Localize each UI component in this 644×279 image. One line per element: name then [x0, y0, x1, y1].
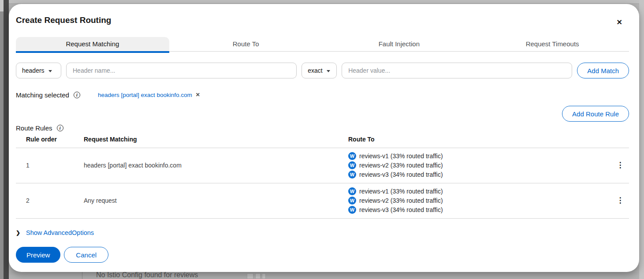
table-header-row: Rule order Request Matching Route To [16, 136, 629, 148]
route-entry-text: reviews-v2 (33% routed traffic) [359, 197, 443, 204]
create-request-routing-modal: Create Request Routing ✕ Request Matchin… [9, 4, 639, 272]
background-page-left-edge [0, 0, 4, 279]
rule-order-cell: 1 [26, 162, 84, 169]
column-header-route-to: Route To [348, 136, 611, 143]
route-rules-label: Route Rules [16, 124, 52, 132]
advanced-options-label: Show AdvancedOptions [26, 229, 94, 236]
table-row: 1 headers [portal] exact bookinfo.com W … [16, 148, 629, 183]
workload-badge-icon: W [348, 161, 356, 169]
match-chip-text: headers [portal] exact bookinfo.com [98, 92, 192, 98]
match-category-selected-value: headers [22, 67, 45, 74]
add-route-rule-row: Add Route Rule [16, 106, 629, 122]
tab-request-timeouts[interactable]: Request Timeouts [476, 37, 629, 51]
background-empty-config-text: No Istio Config found for reviews [96, 271, 198, 279]
background-sidebar-edge [4, 0, 9, 279]
table-row: 2 Any request W reviews-v1 (33% routed t… [16, 183, 629, 219]
route-entry-text: reviews-v1 (33% routed traffic) [359, 153, 443, 160]
tab-bar: Request Matching Route To Fault Injectio… [16, 37, 629, 52]
background-table-cell [255, 273, 261, 279]
match-category-select[interactable]: headers [16, 63, 61, 78]
add-match-button[interactable]: Add Match [577, 63, 629, 78]
route-entry: W reviews-v3 (34% routed traffic) [348, 170, 611, 179]
rule-order-cell: 2 [26, 197, 84, 204]
chevron-right-icon: ❯ [16, 230, 20, 236]
advanced-options-toggle[interactable]: ❯ Show AdvancedOptions [16, 229, 629, 236]
tab-fault-injection[interactable]: Fault Injection [323, 37, 476, 51]
route-entry: W reviews-v1 (33% routed traffic) [348, 186, 611, 196]
workload-badge-icon: W [348, 187, 356, 195]
tab-route-to[interactable]: Route To [169, 37, 323, 51]
match-chip: headers [portal] exact bookinfo.com ✕ [98, 92, 200, 98]
route-entry-text: reviews-v2 (33% routed traffic) [359, 162, 443, 169]
kebab-menu-icon[interactable]: ⋮ [613, 160, 628, 170]
preview-button[interactable]: Preview [16, 247, 60, 263]
cancel-button[interactable]: Cancel [64, 247, 108, 263]
modal-content: Create Request Routing ✕ Request Matchin… [9, 4, 639, 272]
caret-down-icon [327, 70, 330, 72]
tab-request-matching[interactable]: Request Matching [16, 37, 169, 51]
background-table-cell [247, 273, 253, 279]
info-icon[interactable]: i [57, 125, 63, 131]
workload-badge-icon: W [348, 197, 356, 205]
route-to-cell: W reviews-v1 (33% routed traffic) W revi… [348, 151, 611, 179]
match-operator-selected-value: exact [308, 67, 322, 74]
route-to-cell: W reviews-v1 (33% routed traffic) W revi… [348, 186, 611, 214]
modal-footer: Preview Cancel [16, 247, 629, 263]
kebab-menu-icon[interactable]: ⋮ [613, 196, 628, 205]
background-table-border [82, 272, 82, 279]
column-header-rule-order: Rule order [26, 136, 84, 143]
modal-title: Create Request Routing [16, 15, 629, 26]
matching-selected-row: Matching selected i headers [portal] exa… [16, 90, 629, 99]
route-entry-text: reviews-v3 (34% routed traffic) [359, 171, 443, 178]
route-entry-text: reviews-v3 (34% routed traffic) [359, 206, 443, 213]
route-entry: W reviews-v2 (33% routed traffic) [348, 196, 611, 205]
info-icon[interactable]: i [74, 92, 80, 98]
request-matching-cell: Any request [84, 197, 348, 204]
route-entry: W reviews-v1 (33% routed traffic) [348, 151, 611, 160]
route-entry: W reviews-v2 (33% routed traffic) [348, 160, 611, 170]
match-operator-select[interactable]: exact [302, 63, 337, 78]
header-value-input[interactable] [342, 63, 572, 78]
workload-badge-icon: W [348, 152, 356, 160]
route-rules-table: Rule order Request Matching Route To 1 h… [16, 136, 629, 219]
column-header-request-matching: Request Matching [84, 136, 348, 143]
background-page-right-edge [639, 0, 644, 279]
matching-selected-label: Matching selected [16, 91, 69, 99]
route-rules-label-row: Route Rules i [16, 123, 629, 132]
background-table-cell [262, 273, 266, 279]
caret-down-icon [48, 70, 52, 72]
route-entry: W reviews-v3 (34% routed traffic) [348, 205, 611, 214]
background-page-left-edge-light [0, 0, 4, 11]
request-matching-cell: headers [portal] exact bookinfo.com [84, 162, 348, 169]
workload-badge-icon: W [348, 171, 356, 179]
route-entry-text: reviews-v1 (33% routed traffic) [359, 188, 443, 195]
workload-badge-icon: W [348, 206, 356, 214]
add-route-rule-button[interactable]: Add Route Rule [562, 106, 629, 122]
remove-match-icon[interactable]: ✕ [196, 92, 200, 97]
close-icon[interactable]: ✕ [615, 17, 624, 28]
header-name-input[interactable] [66, 63, 297, 78]
match-builder-row: headers exact Add Match [16, 63, 629, 78]
